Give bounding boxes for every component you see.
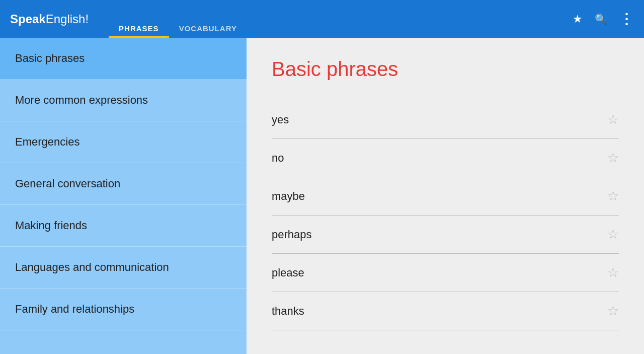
star-button-please[interactable]: ☆ — [607, 265, 619, 280]
sidebar-item-emergencies[interactable]: Emergencies — [0, 121, 247, 163]
content-area: Basic phrases yes☆no☆maybe☆perhaps☆pleas… — [247, 38, 644, 354]
sidebar-item-basic-phrases[interactable]: Basic phrases — [0, 38, 247, 80]
tab-phrases[interactable]: PHRASES — [109, 0, 169, 38]
tab-phrases-label: PHRASES — [119, 24, 159, 33]
star-button-maybe[interactable]: ☆ — [607, 188, 619, 204]
logo-bold: Speak — [10, 12, 46, 26]
main-content: Basic phrasesMore common expressionsEmer… — [0, 38, 644, 354]
app-header: SpeakEnglish! PHRASES VOCABULARY ★ 🔍 ⋮ — [0, 0, 644, 38]
more-options-icon[interactable]: ⋮ — [619, 12, 634, 26]
phrase-text-please: please — [272, 266, 304, 279]
star-button-yes[interactable]: ☆ — [607, 112, 619, 127]
phrase-text-perhaps: perhaps — [272, 228, 312, 241]
header-icons: ★ 🔍 ⋮ — [573, 12, 634, 26]
sidebar: Basic phrasesMore common expressionsEmer… — [0, 38, 247, 354]
phrase-text-yes: yes — [272, 113, 289, 126]
star-button-no[interactable]: ☆ — [607, 150, 619, 166]
app-logo: SpeakEnglish! — [10, 12, 89, 26]
tab-vocabulary[interactable]: VOCABULARY — [169, 0, 247, 38]
star-icon[interactable]: ★ — [573, 13, 583, 26]
phrase-item-maybe[interactable]: maybe☆ — [272, 177, 619, 216]
phrase-text-no: no — [272, 152, 284, 165]
phrase-item-perhaps[interactable]: perhaps☆ — [272, 216, 619, 254]
phrase-item-thanks[interactable]: thanks☆ — [272, 292, 619, 330]
phrase-item-please[interactable]: please☆ — [272, 254, 619, 292]
phrase-item-no[interactable]: no☆ — [272, 139, 619, 177]
nav-tabs: PHRASES VOCABULARY — [109, 0, 573, 38]
sidebar-item-languages-communication[interactable]: Languages and communication — [0, 247, 247, 289]
tab-vocabulary-label: VOCABULARY — [179, 24, 237, 33]
star-button-thanks[interactable]: ☆ — [607, 303, 619, 319]
search-icon[interactable]: 🔍 — [595, 13, 607, 25]
phrase-text-thanks: thanks — [272, 305, 304, 318]
sidebar-item-family-relationships[interactable]: Family and relationships — [0, 289, 247, 330]
sidebar-item-general-conversation[interactable]: General conversation — [0, 163, 247, 205]
phrase-text-maybe: maybe — [272, 190, 305, 203]
content-title: Basic phrases — [272, 58, 619, 81]
star-button-perhaps[interactable]: ☆ — [607, 227, 619, 242]
sidebar-item-making-friends[interactable]: Making friends — [0, 205, 247, 247]
phrase-item-yes[interactable]: yes☆ — [272, 101, 619, 139]
sidebar-item-more-common[interactable]: More common expressions — [0, 80, 247, 121]
logo-light: English! — [46, 12, 89, 26]
